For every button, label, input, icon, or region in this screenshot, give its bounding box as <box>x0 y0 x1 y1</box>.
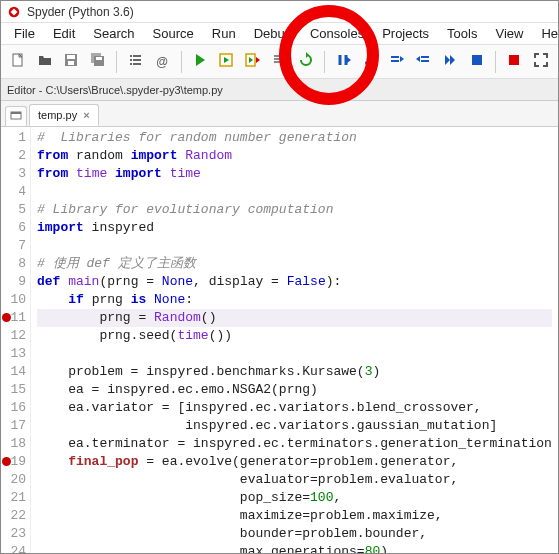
run-selection-icon <box>272 52 288 71</box>
run-cell-advance-button[interactable] <box>242 50 265 74</box>
menu-view[interactable]: View <box>486 23 532 44</box>
line-number[interactable]: 16 <box>3 399 26 417</box>
open-folder-icon <box>37 52 53 71</box>
maximize-pane-button[interactable] <box>529 50 552 74</box>
run-cell-button[interactable] <box>215 50 238 74</box>
goto-symbol-button[interactable]: @ <box>151 50 174 74</box>
code-line[interactable]: evaluator=problem.evaluator, <box>37 471 552 489</box>
svg-point-19 <box>365 61 369 65</box>
line-number[interactable]: 12 <box>3 327 26 345</box>
svg-rect-10 <box>130 59 132 61</box>
interrupt-icon <box>506 52 522 71</box>
new-file-button[interactable] <box>7 50 30 74</box>
stop-debug-button[interactable] <box>465 50 488 74</box>
line-number[interactable]: 11 <box>3 309 26 327</box>
outline-button[interactable] <box>124 50 147 74</box>
svg-rect-18 <box>274 61 282 63</box>
line-number[interactable]: 18 <box>3 435 26 453</box>
code-line[interactable]: ea.variator = [inspyred.ec.variators.ble… <box>37 399 552 417</box>
menu-consoles[interactable]: Consoles <box>301 23 373 44</box>
line-number[interactable]: 4 <box>3 183 26 201</box>
step-in-button[interactable] <box>386 50 409 74</box>
code-line[interactable]: max_generations=80) <box>37 543 552 553</box>
line-number[interactable]: 24 <box>3 543 26 553</box>
code-line[interactable]: bounder=problem.bounder, <box>37 525 552 543</box>
code-line[interactable]: problem = inspyred.benchmarks.Kursawe(3) <box>37 363 552 381</box>
continue-icon <box>442 52 458 71</box>
svg-rect-28 <box>11 112 21 114</box>
code-line[interactable]: from random import Random <box>37 147 552 165</box>
code-line[interactable] <box>37 183 552 201</box>
line-number-gutter[interactable]: 1234567891011121314151617181920212223242… <box>1 127 31 553</box>
code-line[interactable]: ea.terminator = inspyred.ec.terminators.… <box>37 435 552 453</box>
line-number[interactable]: 22 <box>3 507 26 525</box>
save-button[interactable] <box>60 50 83 74</box>
code-line[interactable]: final_pop = ea.evolve(generator=problem.… <box>37 453 552 471</box>
code-line[interactable] <box>37 237 552 255</box>
menu-help[interactable]: Help <box>532 23 559 44</box>
run-selection-button[interactable] <box>268 50 291 74</box>
code-line[interactable]: prng = Random() <box>37 309 552 327</box>
svg-rect-3 <box>67 55 75 59</box>
code-area[interactable]: # Libraries for random number generation… <box>31 127 558 553</box>
menu-edit[interactable]: Edit <box>44 23 84 44</box>
code-line[interactable] <box>37 345 552 363</box>
menu-tools[interactable]: Tools <box>438 23 486 44</box>
code-editor[interactable]: 1234567891011121314151617181920212223242… <box>1 127 558 553</box>
line-number[interactable]: 10 <box>3 291 26 309</box>
line-number[interactable]: 7 <box>3 237 26 255</box>
code-line[interactable]: # Libraries for random number generation <box>37 129 552 147</box>
menu-search[interactable]: Search <box>84 23 143 44</box>
line-number[interactable]: 13 <box>3 345 26 363</box>
line-number[interactable]: 3 <box>3 165 26 183</box>
line-number[interactable]: 1 <box>3 129 26 147</box>
code-line[interactable]: import inspyred <box>37 219 552 237</box>
step-out-button[interactable] <box>412 50 435 74</box>
tab-close-button[interactable]: × <box>83 109 89 121</box>
maximize-icon <box>533 52 549 71</box>
open-file-button[interactable] <box>34 50 57 74</box>
line-number[interactable]: 5 <box>3 201 26 219</box>
code-line[interactable]: inspyred.ec.variators.gaussian_mutation] <box>37 417 552 435</box>
toolbar: @ <box>1 45 558 79</box>
code-line[interactable]: prng.seed(time()) <box>37 327 552 345</box>
line-number[interactable]: 9 <box>3 273 26 291</box>
line-number[interactable]: 15 <box>3 381 26 399</box>
code-line[interactable]: if prng is None: <box>37 291 552 309</box>
debug-button[interactable] <box>332 50 355 74</box>
code-line[interactable]: # Library for evolutionary computation <box>37 201 552 219</box>
line-number[interactable]: 19 <box>3 453 26 471</box>
tab-label: temp.py <box>38 109 77 121</box>
menu-source[interactable]: Source <box>144 23 203 44</box>
interrupt-button[interactable] <box>503 50 526 74</box>
line-number[interactable]: 20 <box>3 471 26 489</box>
rerun-button[interactable] <box>295 50 318 74</box>
line-number[interactable]: 6 <box>3 219 26 237</box>
line-number[interactable]: 17 <box>3 417 26 435</box>
code-line[interactable]: ea = inspyred.ec.emo.NSGA2(prng) <box>37 381 552 399</box>
continue-button[interactable] <box>439 50 462 74</box>
save-all-icon <box>90 52 106 71</box>
line-number[interactable]: 8 <box>3 255 26 273</box>
line-number[interactable]: 2 <box>3 147 26 165</box>
browse-tabs-icon <box>10 109 22 124</box>
line-number[interactable]: 21 <box>3 489 26 507</box>
menu-debug[interactable]: Debug <box>245 23 301 44</box>
run-button[interactable] <box>188 50 211 74</box>
run-cell-icon <box>218 52 234 71</box>
menu-projects[interactable]: Projects <box>373 23 438 44</box>
tab-browse-button[interactable] <box>5 106 27 126</box>
menu-run[interactable]: Run <box>203 23 245 44</box>
tab-temp-py[interactable]: temp.py × <box>29 104 99 126</box>
menu-file[interactable]: File <box>5 23 44 44</box>
code-line[interactable]: # 使用 def 定义了主函数 <box>37 255 552 273</box>
code-line[interactable]: from time import time <box>37 165 552 183</box>
toolbar-separator <box>324 51 325 73</box>
code-line[interactable]: maximize=problem.maximize, <box>37 507 552 525</box>
save-all-button[interactable] <box>87 50 110 74</box>
step-over-button[interactable] <box>359 50 382 74</box>
code-line[interactable]: pop_size=100, <box>37 489 552 507</box>
line-number[interactable]: 23 <box>3 525 26 543</box>
line-number[interactable]: 14 <box>3 363 26 381</box>
code-line[interactable]: def main(prng = None, display = False): <box>37 273 552 291</box>
